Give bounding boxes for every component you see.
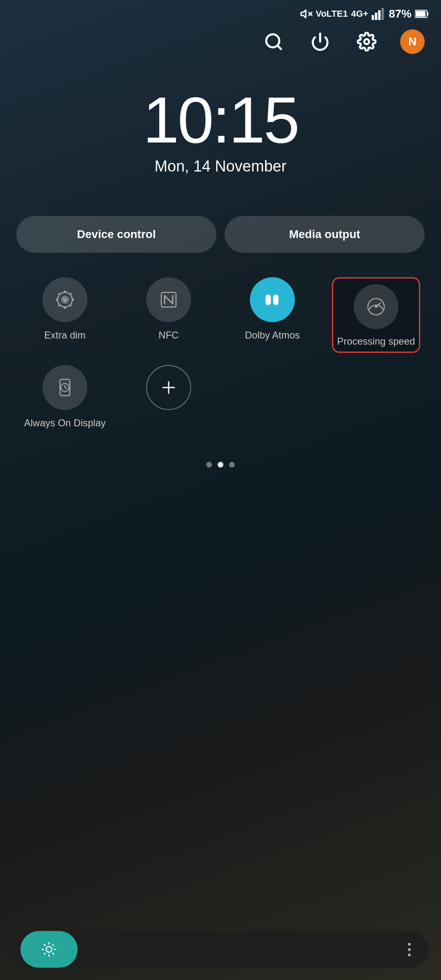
brightness-track[interactable]	[20, 931, 398, 968]
tile-extra-dim[interactable]: Extra dim	[16, 277, 114, 353]
signal-icon	[372, 8, 385, 20]
svg-rect-26	[273, 294, 278, 305]
processing-speed-icon	[365, 296, 387, 317]
clock-area: 10:15 Mon, 14 November	[0, 63, 441, 192]
status-bar: VoLTE1 4G+ 87%	[0, 0, 441, 20]
svg-point-36	[46, 947, 52, 952]
svg-point-18	[56, 299, 58, 301]
power-icon	[310, 32, 330, 51]
svg-point-29	[375, 305, 377, 308]
svg-rect-4	[375, 13, 377, 20]
menu-dot-1	[408, 943, 411, 946]
volte-label: VoLTE1	[316, 9, 348, 19]
menu-dot-3	[408, 953, 411, 956]
nfc-icon-bg	[146, 277, 191, 322]
svg-line-33	[65, 388, 67, 389]
svg-point-20	[58, 293, 60, 295]
svg-point-17	[64, 307, 66, 309]
notification-avatar[interactable]: N	[400, 29, 425, 54]
menu-dot-2	[408, 948, 411, 951]
tiles-row-1: Extra dim NFC Dolby Atmos	[0, 269, 441, 361]
svg-line-41	[44, 944, 45, 946]
page-indicators	[0, 437, 441, 480]
always-on-display-label: Always On Display	[24, 416, 106, 429]
nfc-label: NFC	[158, 329, 178, 341]
extra-dim-label: Extra dim	[44, 329, 85, 341]
svg-marker-0	[301, 10, 306, 18]
svg-point-22	[70, 293, 72, 295]
page-dot-3	[229, 462, 235, 468]
svg-rect-6	[381, 8, 384, 20]
svg-rect-3	[372, 15, 374, 20]
page-dot-1	[206, 462, 212, 468]
brightness-bar[interactable]	[12, 931, 429, 968]
processing-speed-icon-bg	[354, 284, 399, 329]
dolby-atmos-icon	[262, 289, 283, 310]
svg-point-13	[364, 39, 369, 44]
power-button[interactable]	[307, 29, 333, 55]
svg-point-15	[61, 296, 69, 304]
settings-icon	[357, 32, 376, 51]
tiles-row-2: Always On Display	[0, 361, 441, 437]
network-label: 4G+	[351, 9, 368, 19]
clock-time: 10:15	[0, 87, 441, 153]
clock-date: Mon, 14 November	[0, 158, 441, 175]
quick-actions-row: Device control Media output	[0, 192, 441, 269]
plus-icon	[160, 379, 178, 396]
sun-icon	[41, 942, 57, 957]
mute-icon	[300, 8, 312, 20]
svg-point-16	[64, 291, 66, 293]
battery-icon	[415, 9, 429, 18]
processing-speed-label: Processing speed	[337, 335, 415, 347]
svg-line-42	[53, 953, 54, 954]
tile-processing-speed[interactable]: Processing speed	[327, 277, 425, 353]
status-icons: VoLTE1 4G+ 87%	[300, 7, 429, 20]
battery-percentage: 87%	[389, 7, 412, 20]
svg-rect-8	[427, 12, 428, 16]
svg-point-19	[72, 299, 74, 301]
extra-dim-icon-bg	[42, 277, 87, 322]
tile-nfc[interactable]: NFC	[120, 277, 217, 353]
tile-dolby-atmos[interactable]: Dolby Atmos	[224, 277, 321, 353]
extra-dim-icon	[54, 289, 76, 310]
always-on-display-icon-bg	[42, 365, 87, 410]
nfc-icon	[158, 289, 179, 310]
svg-line-44	[44, 953, 45, 954]
media-output-button[interactable]: Media output	[225, 216, 425, 253]
add-tile-icon	[146, 365, 191, 410]
top-actions: N	[0, 20, 441, 63]
svg-point-23	[58, 305, 60, 307]
always-on-display-icon	[54, 377, 76, 398]
page-dot-2	[218, 462, 223, 468]
settings-button[interactable]	[354, 29, 380, 55]
tile-always-on-display[interactable]: Always On Display	[16, 365, 114, 429]
search-button[interactable]	[261, 29, 287, 55]
svg-line-43	[53, 944, 54, 946]
svg-rect-25	[265, 294, 271, 305]
svg-point-21	[70, 305, 72, 307]
brightness-icon	[40, 940, 58, 958]
dolby-atmos-label: Dolby Atmos	[245, 329, 300, 341]
svg-rect-5	[378, 10, 381, 20]
brightness-menu-button[interactable]	[398, 938, 421, 961]
dolby-atmos-icon-bg	[250, 277, 295, 322]
brightness-fill	[20, 931, 78, 968]
svg-rect-9	[416, 11, 425, 17]
device-control-button[interactable]: Device control	[16, 216, 216, 253]
add-tile-button[interactable]	[120, 365, 217, 429]
search-icon	[264, 32, 283, 51]
svg-line-11	[277, 45, 281, 49]
